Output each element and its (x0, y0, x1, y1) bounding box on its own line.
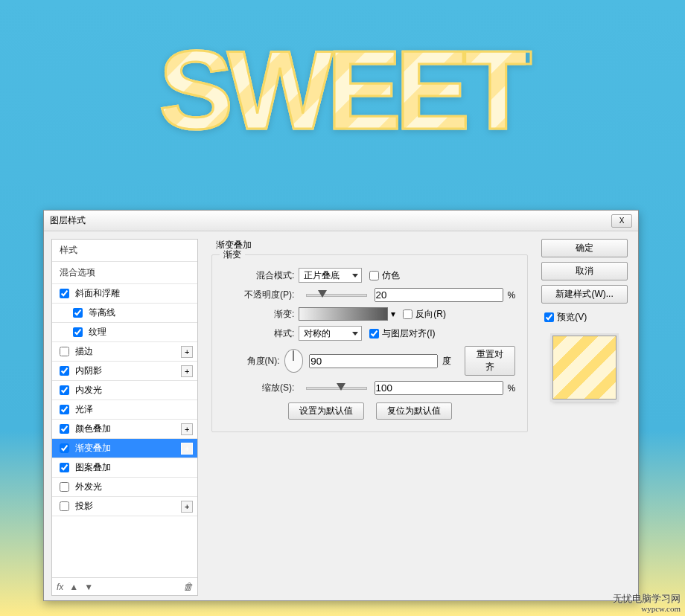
gradient-group: 渐变 混合模式: 正片叠底 仿色 不透明度(P): % 渐变: (211, 254, 528, 432)
reset-default-button[interactable]: 复位为默认值 (376, 402, 452, 420)
style-item[interactable]: 光泽 (52, 400, 197, 420)
degree-label: 度 (442, 355, 451, 368)
blend-mode-label: 混合模式: (224, 269, 299, 282)
arrow-up-icon[interactable]: ▲ (69, 582, 78, 592)
percent-label-2: % (508, 383, 516, 394)
gradient-label: 渐变: (224, 308, 299, 321)
opacity-input[interactable] (375, 288, 503, 302)
styles-panel: 样式 混合选项 斜面和浮雕等高线纹理描边+内阴影+内发光光泽颜色叠加+渐变叠加+… (51, 239, 198, 596)
style-item-checkbox[interactable] (73, 327, 83, 337)
right-panel: 确定 取消 新建样式(W)... 预览(V) (541, 239, 628, 596)
cancel-button[interactable]: 取消 (541, 262, 628, 280)
style-item-checkbox[interactable] (60, 385, 69, 395)
style-item-checkbox[interactable] (60, 366, 69, 376)
style-item-checkbox[interactable] (60, 405, 69, 414)
panel-group-title: 渐变叠加 (211, 239, 528, 254)
opacity-slider[interactable] (306, 294, 366, 297)
style-item-checkbox[interactable] (73, 308, 83, 318)
style-item[interactable]: 外发光 (52, 478, 197, 497)
style-label: 样式: (224, 327, 299, 340)
style-item[interactable]: 纹理 (52, 323, 197, 342)
style-item-checkbox[interactable] (60, 424, 69, 434)
style-item-label: 图案叠加 (75, 461, 193, 474)
style-item[interactable]: 颜色叠加+ (52, 420, 197, 439)
ok-button[interactable]: 确定 (541, 239, 628, 257)
reverse-checkbox[interactable]: 反向(R) (403, 308, 446, 321)
style-item-label: 内阴影 (75, 365, 181, 377)
layer-style-dialog: 图层样式 X 样式 混合选项 斜面和浮雕等高线纹理描边+内阴影+内发光光泽颜色叠… (43, 210, 639, 601)
blend-mode-select[interactable]: 正片叠底 (299, 268, 362, 283)
scale-label: 缩放(S): (224, 382, 299, 394)
plus-icon[interactable]: + (181, 501, 193, 513)
plus-icon[interactable]: + (181, 423, 193, 435)
style-item[interactable]: 内发光 (52, 381, 197, 400)
styles-list: 样式 混合选项 斜面和浮雕等高线纹理描边+内阴影+内发光光泽颜色叠加+渐变叠加+… (52, 240, 197, 577)
arrow-down-icon[interactable]: ▼ (84, 582, 93, 592)
preview-checkbox[interactable] (544, 312, 554, 322)
style-item-checkbox[interactable] (60, 289, 69, 298)
style-item-label: 斜面和浮雕 (75, 287, 193, 300)
fx-icon[interactable]: fx (57, 582, 63, 592)
styles-header[interactable]: 样式 (52, 240, 197, 262)
style-item-label: 外发光 (75, 481, 193, 493)
style-item-label: 投影 (75, 500, 181, 513)
style-item-label: 光泽 (75, 403, 193, 416)
style-item[interactable]: 投影+ (52, 497, 197, 516)
plus-icon[interactable]: + (181, 443, 193, 455)
angle-label: 角度(N): (224, 355, 284, 368)
canvas-text-sweet: SWEET (159, 26, 526, 155)
style-select[interactable]: 对称的 (299, 326, 362, 341)
style-item-label: 纹理 (89, 326, 193, 339)
styles-footer: fx ▲ ▼ 🗑 (52, 577, 197, 595)
align-checkbox[interactable]: 与图层对齐(I) (369, 327, 435, 340)
gradient-swatch[interactable] (299, 307, 388, 321)
opacity-label: 不透明度(P): (224, 289, 299, 301)
style-item-label: 颜色叠加 (75, 423, 181, 435)
trash-icon[interactable]: 🗑 (183, 581, 193, 592)
style-item-label: 内发光 (75, 384, 193, 397)
reset-align-button[interactable]: 重置对齐 (465, 346, 515, 376)
scale-input[interactable] (375, 381, 503, 395)
style-item-checkbox[interactable] (60, 501, 69, 511)
close-icon[interactable]: X (611, 214, 632, 228)
dither-checkbox[interactable]: 仿色 (369, 269, 400, 282)
plus-icon[interactable]: + (181, 346, 193, 358)
new-style-button[interactable]: 新建样式(W)... (541, 285, 628, 304)
style-item-label: 等高线 (89, 307, 193, 319)
percent-label: % (508, 290, 516, 301)
dialog-titlebar[interactable]: 图层样式 X (44, 211, 638, 231)
style-item[interactable]: 斜面和浮雕 (52, 284, 197, 304)
style-item[interactable]: 内阴影+ (52, 362, 197, 381)
angle-input[interactable] (309, 354, 438, 368)
style-item[interactable]: 描边+ (52, 342, 197, 362)
preview-label: 预览(V) (557, 311, 587, 324)
style-item[interactable]: 渐变叠加+ (52, 439, 197, 458)
scale-slider[interactable] (306, 387, 366, 390)
gradient-dropdown-icon[interactable]: ▾ (391, 309, 395, 319)
angle-dial[interactable] (284, 349, 304, 373)
style-item-checkbox[interactable] (60, 443, 69, 453)
plus-icon[interactable]: + (181, 365, 193, 377)
set-default-button[interactable]: 设置为默认值 (288, 402, 364, 420)
dialog-title: 图层样式 (50, 214, 611, 227)
style-item[interactable]: 图案叠加 (52, 458, 197, 478)
style-item-checkbox[interactable] (60, 482, 69, 492)
style-item-label: 渐变叠加 (75, 442, 181, 455)
blend-options-header[interactable]: 混合选项 (52, 262, 197, 284)
style-item-label: 描边 (75, 345, 181, 358)
gradient-overlay-panel: 渐变叠加 渐变 混合模式: 正片叠底 仿色 不透明度(P): % (211, 239, 528, 596)
style-item[interactable]: 等高线 (52, 304, 197, 323)
style-item-checkbox[interactable] (60, 347, 69, 356)
style-item-checkbox[interactable] (60, 463, 69, 472)
watermark: 无忧电脑学习网 wypcw.com (613, 594, 681, 613)
preview-swatch (552, 336, 616, 400)
gradient-subgroup-title: 渐变 (220, 248, 245, 261)
